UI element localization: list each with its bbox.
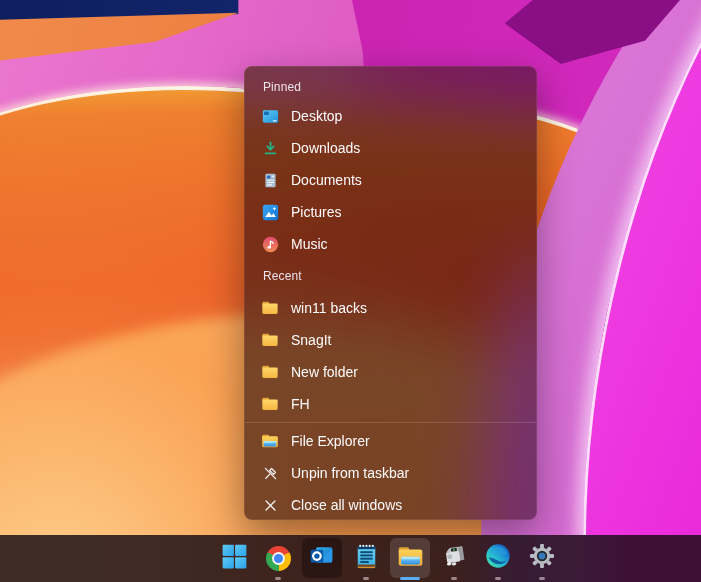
camera-app-icon: [441, 543, 467, 573]
taskbar-start-button[interactable]: [214, 538, 254, 578]
jumplist-item-recent-folder[interactable]: New folder: [245, 356, 536, 388]
downloads-icon: [261, 139, 279, 157]
jumplist-item-label: Close all windows: [291, 497, 402, 513]
jumplist-item-label: Music: [291, 236, 328, 252]
jumplist-item-label: Desktop: [291, 108, 342, 124]
running-indicator: [275, 577, 281, 580]
chrome-icon: [266, 546, 291, 571]
windows-start-icon: [222, 544, 247, 573]
jumplist-item-label: SnagIt: [291, 332, 331, 348]
taskbar-edge-button[interactable]: [478, 538, 518, 578]
notepad-icon: [355, 543, 378, 574]
jumplist-action-close-all[interactable]: Close all windows: [245, 489, 536, 520]
section-label-recent: Recent: [245, 260, 536, 292]
running-indicator: [539, 577, 545, 580]
gear-icon: [529, 543, 555, 573]
folder-icon: [261, 331, 279, 349]
edge-icon: [485, 543, 511, 573]
documents-icon: [261, 171, 279, 189]
jumplist-item-label: Pictures: [291, 204, 342, 220]
jumplist-item-label: Downloads: [291, 140, 360, 156]
folder-icon: [261, 363, 279, 381]
jumplist-item-label: Documents: [291, 172, 362, 188]
jumplist-divider: [245, 422, 536, 423]
taskbar: [0, 535, 701, 582]
taskbar-settings-button[interactable]: [522, 538, 562, 578]
running-indicator: [363, 577, 369, 580]
file-explorer-jumplist: Pinned Desktop Downloads: [244, 66, 537, 520]
taskbar-outlook-button[interactable]: [302, 538, 342, 578]
taskbar-file-explorer-button[interactable]: [390, 538, 430, 578]
jumplist-item-desktop[interactable]: Desktop: [245, 100, 536, 132]
jumplist-item-label: New folder: [291, 364, 358, 380]
section-label-pinned: Pinned: [245, 73, 536, 100]
folder-icon: [261, 395, 279, 413]
jumplist-item-label: win11 backs: [291, 300, 367, 316]
jumplist-item-recent-folder[interactable]: SnagIt: [245, 324, 536, 356]
music-icon: [261, 235, 279, 253]
taskbar-snagit-button[interactable]: [434, 538, 474, 578]
jumplist-item-recent-folder[interactable]: FH: [245, 388, 536, 420]
jumplist-item-documents[interactable]: Documents: [245, 164, 536, 196]
running-indicator: [495, 577, 501, 580]
taskbar-notepad-button[interactable]: [346, 538, 386, 578]
jumplist-action-file-explorer[interactable]: File Explorer: [245, 425, 536, 457]
taskbar-chrome-button[interactable]: [258, 538, 298, 578]
jumplist-item-pictures[interactable]: Pictures: [245, 196, 536, 228]
running-indicator: [451, 577, 457, 580]
close-icon: [261, 496, 279, 514]
jumplist-item-music[interactable]: Music: [245, 228, 536, 260]
jumplist-item-label: FH: [291, 396, 310, 412]
jumplist-item-downloads[interactable]: Downloads: [245, 132, 536, 164]
jumplist-item-label: File Explorer: [291, 433, 370, 449]
desktop-icon: [261, 107, 279, 125]
outlook-icon: [309, 543, 335, 573]
jumplist-action-unpin[interactable]: Unpin from taskbar: [245, 457, 536, 489]
file-explorer-icon: [397, 543, 424, 574]
pictures-icon: [261, 203, 279, 221]
taskbar-icon-row: [214, 538, 562, 578]
jumplist-item-label: Unpin from taskbar: [291, 465, 409, 481]
file-explorer-icon: [261, 432, 279, 450]
jumplist-item-recent-folder[interactable]: win11 backs: [245, 292, 536, 324]
folder-icon: [261, 299, 279, 317]
active-window-indicator: [400, 577, 420, 580]
unpin-icon: [261, 464, 279, 482]
